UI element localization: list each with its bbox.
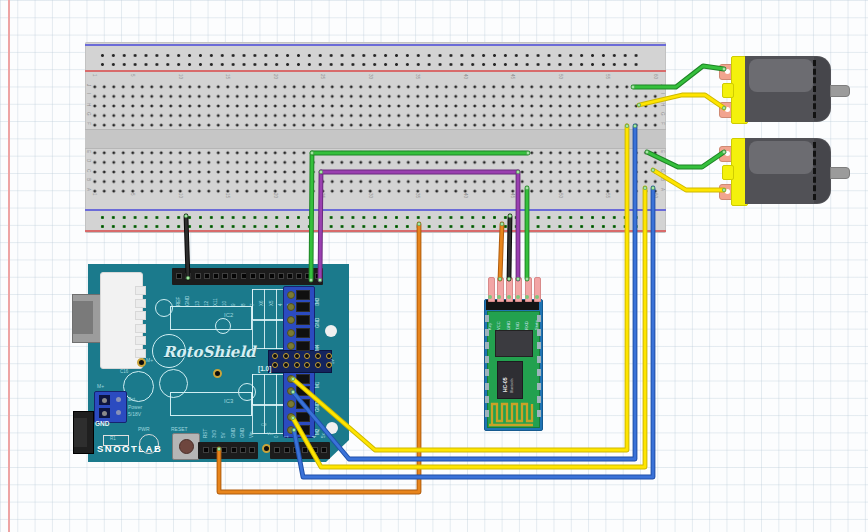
motor-body-highlight xyxy=(749,59,813,92)
hc05-pad-left xyxy=(485,383,489,390)
hc05-pad-right xyxy=(537,369,541,376)
dc-motor-2[interactable] xyxy=(718,138,849,206)
motor-body-end xyxy=(814,139,830,203)
hc05-pad-right xyxy=(537,329,541,336)
hc05-pin-label: TXD xyxy=(516,322,520,330)
hc05-pin-contact xyxy=(488,295,492,299)
hc05-pad-right xyxy=(537,396,541,403)
terminal-hole xyxy=(725,151,730,156)
motor-shaft xyxy=(830,167,850,179)
hc05-pin-contact xyxy=(535,295,539,299)
hc05-pad-right xyxy=(537,383,541,390)
motor-shaft xyxy=(830,85,850,97)
hc05-pin-label: RXD xyxy=(525,321,529,330)
hc05-pad-left xyxy=(485,329,489,336)
terminal-hole xyxy=(725,107,730,112)
motor-seam-line xyxy=(813,142,816,200)
hc05-pad-left xyxy=(485,342,489,349)
hc05-pad-right xyxy=(537,356,541,363)
fritzing-canvas: 1155101015152020252530303535404045455050… xyxy=(0,0,868,532)
hc05-pin-label: Key xyxy=(488,323,492,330)
motor-seam-line xyxy=(813,60,816,118)
hc05-pad-left xyxy=(485,410,489,417)
dc-motor-1[interactable] xyxy=(718,56,849,124)
hc05-pin-contact xyxy=(507,295,511,299)
hc05-pin-contact xyxy=(516,295,520,299)
hc05-pad-left xyxy=(485,315,489,322)
terminal-hole xyxy=(725,189,730,194)
motor-cap-tab xyxy=(722,165,734,180)
hc05-pad-right xyxy=(537,315,541,322)
hc05-pad-left xyxy=(485,356,489,363)
terminal-hole xyxy=(725,69,730,74)
motor-body-end xyxy=(814,57,830,121)
hc05-pad-right xyxy=(537,410,541,417)
hc05-pad-right xyxy=(537,342,541,349)
hc05-pad-left xyxy=(485,396,489,403)
motor-cap-tab xyxy=(722,83,734,98)
hc05-pad-left xyxy=(485,369,489,376)
hc05-pin-label: VCC xyxy=(497,321,501,330)
motor-body-highlight xyxy=(749,141,813,174)
hc05-pin-label: GND xyxy=(507,321,511,330)
